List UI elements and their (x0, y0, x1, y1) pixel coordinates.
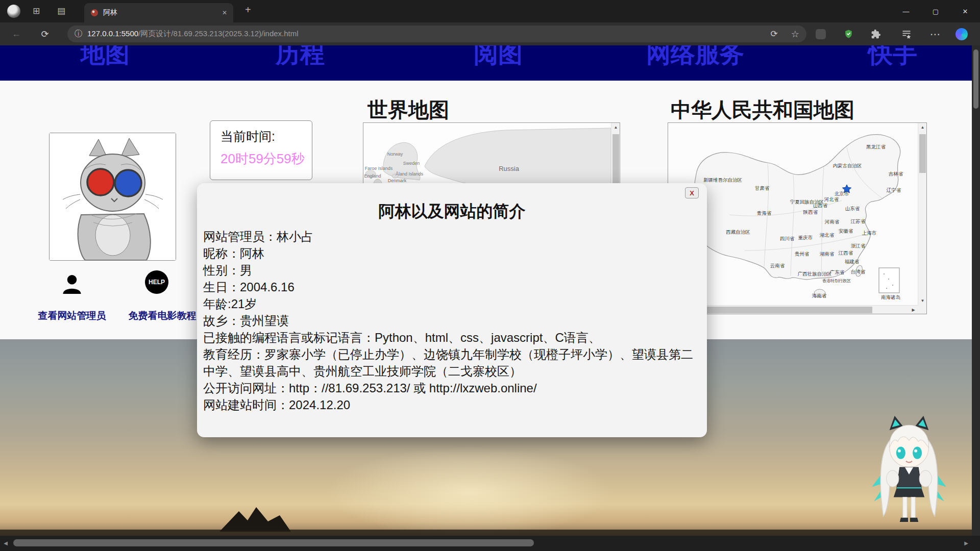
province-label: 安徽省 (839, 228, 853, 234)
refresh-icon[interactable]: ⟳ (35, 22, 55, 45)
modal-line: 昵称：阿林 (203, 245, 700, 262)
modal-close-button[interactable]: X (685, 187, 699, 198)
admin-button-label[interactable]: 查看网站管理员 (23, 309, 121, 322)
province-label: 内蒙古自治区 (833, 163, 862, 168)
modal-line: 年龄:21岁 (203, 295, 700, 312)
hero-bottom-strip (0, 530, 972, 536)
scroll-up-icon[interactable]: ▲ (611, 123, 620, 132)
province-label: 新疆维吾尔自治区 (703, 177, 742, 183)
shield-icon[interactable] (838, 22, 859, 45)
close-window-button[interactable]: ✕ (950, 0, 980, 22)
modal-line: 网站建站时间：2024.12.20 (203, 396, 700, 413)
china-hscroll-thumb[interactable] (678, 307, 872, 313)
nav-link-map[interactable]: 地图 (81, 45, 130, 70)
puzzle-extensions-icon[interactable] (866, 22, 886, 45)
province-label: 山西省 (813, 203, 828, 208)
world-label: Faroe Islands (365, 166, 393, 171)
intro-modal: X 阿林以及网站的简介 网站管理员：林小占 昵称：阿林 性别：男 生日：2004… (197, 183, 707, 437)
scroll-corner (918, 305, 926, 314)
back-icon[interactable]: ← (6, 22, 27, 45)
scroll-down-icon[interactable]: ▼ (918, 296, 927, 305)
south-sea-inset (879, 268, 899, 293)
page-vscroll-thumb[interactable] (973, 49, 978, 109)
province-label: 湖南省 (820, 251, 835, 257)
nav-link-kuaishou[interactable]: 快手 (868, 45, 917, 70)
profile-avatar[interactable] (7, 5, 20, 18)
site-info-icon[interactable]: ⓘ (75, 29, 83, 39)
anime-character-image (868, 411, 950, 529)
browser-titlebar: ⊞ ▤ 阿林 ✕ + — ▢ ✕ (0, 0, 980, 22)
province-label: 陕西省 (803, 209, 818, 215)
world-label: Russia (499, 165, 520, 172)
page-hscroll-thumb[interactable] (13, 539, 534, 546)
china-map-vscrollbar[interactable]: ▲ ▼ (918, 123, 926, 305)
tab-close-icon[interactable]: ✕ (222, 9, 227, 16)
admin-person-icon[interactable] (60, 272, 84, 296)
modal-body: 网站管理员：林小占 昵称：阿林 性别：男 生日：2004.6.16 年龄:21岁… (203, 228, 700, 413)
world-vscroll-thumb[interactable] (612, 134, 619, 189)
province-label: 吉林省 (889, 171, 903, 177)
modal-line: 生日：2004.6.16 (203, 279, 700, 295)
scroll-up-icon[interactable]: ▲ (918, 123, 927, 132)
sun-glow (327, 446, 612, 536)
province-label: 南海诸岛 (881, 294, 900, 300)
world-label: Norway (387, 152, 403, 157)
province-label: 青海省 (757, 210, 772, 216)
province-label: 西藏自治区 (726, 229, 750, 235)
modal-line: 公开访问网址：http：//81.69.253.213/ 或 http://lx… (203, 380, 700, 396)
page-vertical-scrollbar[interactable] (972, 45, 980, 536)
copilot-icon[interactable] (951, 22, 972, 45)
china-map-title: 中华人民共和国地图 (671, 96, 854, 124)
tab-favicon (90, 9, 99, 17)
clock-widget: 当前时间: 20时59分59秒 (210, 120, 312, 180)
world-label: England (364, 173, 381, 179)
clock-label: 当前时间: (220, 128, 312, 145)
address-bar[interactable]: ⓘ 127.0.0.1:5500/网页设计/81.69.253.213(2025… (67, 26, 806, 42)
modal-title: 阿林以及网站的简介 (197, 201, 707, 223)
extension-icon[interactable] (811, 22, 831, 45)
province-label: 甘肃省 (755, 185, 770, 191)
sync-icon[interactable]: ⟳ (771, 29, 778, 39)
world-map-title: 世界地图 (368, 96, 449, 124)
nav-link-gallery[interactable]: 阅图 (474, 45, 523, 70)
province-label: 河南省 (824, 219, 840, 224)
cat-portrait (49, 133, 176, 261)
help-icon[interactable]: HELP (145, 270, 168, 294)
nav-link-history[interactable]: 历程 (276, 45, 325, 70)
favorites-bar-icon[interactable] (896, 22, 917, 45)
mountain-silhouette (219, 496, 291, 532)
minimize-button[interactable]: — (891, 0, 921, 22)
tab-title: 阿林 (103, 8, 222, 17)
more-menu-icon[interactable]: ⋯ (925, 22, 945, 45)
province-label: 湖北省 (820, 232, 835, 238)
web-page: 地图 历程 阅图 网络服务 快手 查看网站管理员 HELP 免费看电影教程 (0, 45, 972, 536)
browser-toolbar: ← ⟳ ⓘ 127.0.0.1:5500/网页设计/81.69.253.213(… (0, 22, 980, 45)
province-label: 重庆市 (798, 235, 813, 240)
province-label: 辽宁省 (886, 187, 901, 193)
scroll-right-icon[interactable]: ▶ (961, 536, 972, 550)
world-label: Åland Islands (396, 171, 424, 177)
scroll-right-icon[interactable]: ▶ (909, 306, 918, 314)
maximize-button[interactable]: ▢ (921, 0, 950, 22)
province-label: 北京市 (835, 191, 849, 196)
province-label: 福建省 (845, 259, 860, 264)
province-label: 海南省 (812, 293, 827, 298)
modal-line: 已接触的编程语言或标记语言：Python、html、css、javascript… (203, 329, 700, 346)
nav-link-services[interactable]: 网络服务 (646, 45, 744, 70)
new-tab-button[interactable]: + (245, 5, 251, 15)
world-label: Sweden (403, 161, 420, 166)
browser-tab[interactable]: 阿林 ✕ (84, 3, 233, 22)
favorite-star-icon[interactable]: ☆ (791, 29, 799, 40)
workspaces-icon[interactable]: ⊞ (33, 6, 40, 16)
modal-line: 网站管理员：林小占 (203, 228, 700, 245)
scroll-left-icon[interactable]: ◀ (0, 536, 11, 550)
province-label: 上海市 (862, 230, 877, 236)
tab-list-icon[interactable]: ▤ (57, 6, 65, 16)
province-label: 台湾省 (851, 269, 866, 274)
province-label: 四川省 (780, 236, 795, 241)
province-label: 广东省 (830, 269, 845, 275)
china-vscroll-thumb[interactable] (919, 134, 926, 173)
modal-line: 故乡：贵州望谟 (203, 312, 700, 329)
page-horizontal-scrollbar[interactable]: ◀ ▶ (0, 536, 980, 551)
province-label: 广西壮族自治区 (798, 271, 832, 277)
